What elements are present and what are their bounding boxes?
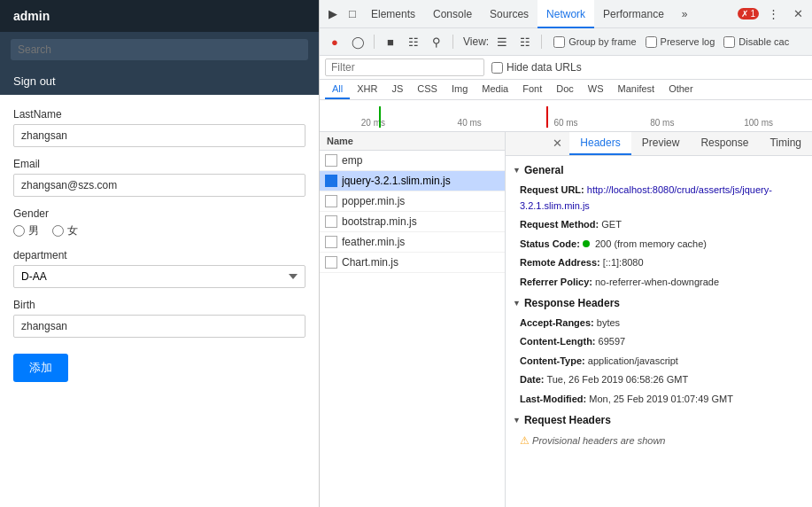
type-tab-other[interactable]: Other bbox=[661, 80, 700, 99]
network-item-emp[interactable]: emp bbox=[320, 151, 505, 171]
headers-tab-response[interactable]: Response bbox=[690, 132, 759, 155]
network-item-popper[interactable]: popper.min.js bbox=[320, 191, 505, 212]
group-by-frame-checkbox[interactable] bbox=[553, 36, 565, 48]
request-headers-section-header[interactable]: ▼ Request Headers bbox=[506, 410, 812, 431]
department-select[interactable]: D-AA bbox=[13, 265, 305, 288]
preserve-log-checkbox-label[interactable]: Preserve log bbox=[646, 36, 715, 48]
content-type-key: Content-Type: bbox=[520, 355, 585, 366]
type-tab-doc[interactable]: Doc bbox=[549, 80, 581, 99]
provisional-warning-row: ⚠ Provisional headers are shown bbox=[506, 431, 812, 451]
headers-tab-preview[interactable]: Preview bbox=[631, 132, 691, 155]
search-container bbox=[0, 32, 319, 67]
headers-tab-headers[interactable]: Headers bbox=[569, 132, 630, 155]
view-list-icon[interactable]: ☰ bbox=[492, 32, 512, 51]
disable-cache-checkbox-label[interactable]: Disable cac bbox=[723, 36, 789, 48]
content-type-value: application/javascript bbox=[588, 355, 678, 366]
error-count: 1 bbox=[750, 9, 755, 19]
headers-close-button[interactable]: ✕ bbox=[545, 132, 569, 155]
timeline-area: 20 ms 40 ms 60 ms 80 ms 100 ms bbox=[320, 100, 812, 132]
file-icon-popper bbox=[325, 195, 337, 207]
network-item-bootstrap[interactable]: bootstrap.min.js bbox=[320, 212, 505, 232]
preserve-log-checkbox[interactable] bbox=[646, 36, 657, 48]
date-value: Tue, 26 Feb 2019 06:58:26 GMT bbox=[546, 374, 688, 385]
type-tab-all[interactable]: All bbox=[325, 80, 350, 99]
devtools-cursor-icon[interactable]: ▶ bbox=[323, 4, 343, 24]
admin-header: admin bbox=[0, 0, 319, 32]
disable-cache-checkbox[interactable] bbox=[723, 36, 735, 48]
search-network-button[interactable]: ⚲ bbox=[427, 32, 446, 51]
request-url-row: Request URL: http://localhost:8080/crud/… bbox=[506, 181, 812, 215]
tab-sources[interactable]: Sources bbox=[481, 0, 537, 28]
gender-female-label: 女 bbox=[67, 223, 78, 238]
last-modified-value: Mon, 25 Feb 2019 01:07:49 GMT bbox=[589, 394, 733, 404]
gender-male-radio[interactable] bbox=[13, 225, 25, 237]
devtools-device-icon[interactable]: □ bbox=[343, 4, 362, 24]
type-tab-manifest[interactable]: Manifest bbox=[611, 80, 662, 99]
gender-male-label: 男 bbox=[28, 223, 39, 238]
network-item-feather[interactable]: feather.min.js bbox=[320, 232, 505, 253]
devtools-close-icon[interactable]: ✕ bbox=[787, 4, 808, 25]
gender-male-option[interactable]: 男 bbox=[13, 223, 39, 238]
network-item-chart[interactable]: Chart.min.js bbox=[320, 253, 505, 273]
referrer-policy-row: Referrer Policy: no-referrer-when-downgr… bbox=[506, 273, 812, 292]
hide-data-urls-label[interactable]: Hide data URLs bbox=[491, 61, 582, 74]
timeline-60ms: 60 ms bbox=[518, 118, 615, 128]
date-row: Date: Tue, 26 Feb 2019 06:58:26 GMT bbox=[506, 370, 812, 390]
network-item-emp-name: emp bbox=[342, 154, 362, 167]
devtools-menu-icon[interactable]: ⋮ bbox=[762, 4, 784, 25]
clear-button[interactable]: ◯ bbox=[348, 32, 367, 51]
general-section-header[interactable]: ▼ General bbox=[506, 160, 812, 181]
email-input[interactable] bbox=[13, 174, 305, 197]
tab-performance[interactable]: Performance bbox=[594, 0, 673, 28]
birth-group: Birth bbox=[13, 299, 305, 338]
type-tab-img[interactable]: Img bbox=[445, 80, 475, 99]
gender-female-radio[interactable] bbox=[52, 225, 64, 237]
status-dot-icon bbox=[583, 240, 590, 247]
timeline-green-marker bbox=[379, 106, 381, 128]
lastname-input[interactable] bbox=[13, 124, 305, 147]
camera-button[interactable]: ■ bbox=[381, 32, 400, 51]
toolbar-separator-3 bbox=[541, 35, 542, 49]
birth-input[interactable] bbox=[13, 315, 305, 338]
response-section-header[interactable]: ▼ Response Headers bbox=[506, 292, 812, 314]
tab-more[interactable]: » bbox=[673, 0, 697, 28]
response-section-label: Response Headers bbox=[524, 297, 620, 309]
filter-button[interactable]: ☷ bbox=[404, 32, 423, 51]
filter-row: Hide data URLs bbox=[320, 56, 812, 80]
type-tab-js[interactable]: JS bbox=[384, 80, 410, 99]
type-tab-font[interactable]: Font bbox=[515, 80, 549, 99]
headers-tab-timing[interactable]: Timing bbox=[759, 132, 812, 155]
group-by-frame-checkbox-label[interactable]: Group by frame bbox=[553, 36, 636, 48]
network-item-jquery[interactable]: jquery-3.2.1.slim.min.js bbox=[320, 171, 505, 191]
network-list-header: Name bbox=[320, 132, 505, 151]
signout-link[interactable]: Sign out bbox=[0, 67, 319, 95]
file-icon-chart bbox=[325, 256, 337, 269]
filter-input[interactable] bbox=[325, 58, 484, 76]
gender-female-option[interactable]: 女 bbox=[52, 223, 78, 238]
type-tab-media[interactable]: Media bbox=[475, 80, 515, 99]
content-length-key: Content-Length: bbox=[520, 336, 596, 347]
search-input[interactable] bbox=[11, 39, 308, 60]
timeline-40ms: 40 ms bbox=[421, 118, 518, 128]
preserve-log-label: Preserve log bbox=[661, 36, 715, 47]
tab-elements[interactable]: Elements bbox=[362, 0, 424, 28]
tab-network[interactable]: Network bbox=[537, 0, 594, 28]
disable-cache-label: Disable cac bbox=[739, 36, 789, 47]
birth-label: Birth bbox=[13, 299, 305, 311]
type-tab-css[interactable]: CSS bbox=[410, 80, 445, 99]
lastname-label: LastName bbox=[13, 108, 305, 121]
gender-options: 男 女 bbox=[13, 223, 305, 238]
type-tab-ws[interactable]: WS bbox=[581, 80, 611, 99]
request-headers-section-label: Request Headers bbox=[524, 414, 611, 426]
accept-ranges-key: Accept-Ranges: bbox=[520, 317, 594, 328]
view-waterfall-icon[interactable]: ☷ bbox=[515, 32, 535, 51]
add-button[interactable]: 添加 bbox=[13, 354, 68, 382]
view-label: View: bbox=[463, 35, 489, 48]
record-stop-button[interactable]: ● bbox=[325, 32, 344, 51]
accept-ranges-value: bytes bbox=[597, 317, 620, 328]
hide-data-urls-checkbox[interactable] bbox=[491, 62, 503, 74]
headers-tabs-row: ✕ Headers Preview Response Timing bbox=[506, 132, 812, 156]
tab-console[interactable]: Console bbox=[424, 0, 481, 28]
department-label: department bbox=[13, 249, 305, 261]
type-tab-xhr[interactable]: XHR bbox=[350, 80, 384, 99]
